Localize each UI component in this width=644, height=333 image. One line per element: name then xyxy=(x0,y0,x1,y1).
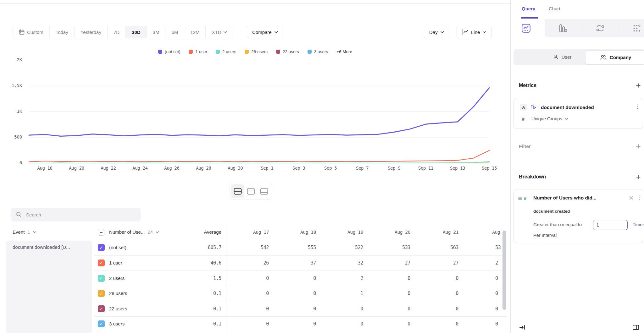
table-scrollbar[interactable] xyxy=(502,231,506,310)
aggregation-label: Unique Groups xyxy=(531,116,562,121)
interval-dropdown[interactable]: Day xyxy=(424,26,449,38)
average-column-header: Average xyxy=(184,229,221,235)
row-divider xyxy=(94,255,507,256)
event-click-icon xyxy=(531,104,536,110)
row-label: (not set) xyxy=(109,245,126,250)
line-chart[interactable] xyxy=(0,57,510,170)
cell-value-clipped: 53 xyxy=(495,245,501,250)
range-3m[interactable]: 3M xyxy=(147,26,166,38)
range-7d[interactable]: 7D xyxy=(108,26,126,38)
chart-type-flow-button[interactable] xyxy=(596,24,605,34)
cell-value: 0 xyxy=(234,306,269,312)
view-split-button[interactable] xyxy=(231,184,244,198)
cell-value-clipped: 0 xyxy=(495,306,498,312)
row-checkbox[interactable]: ✓ xyxy=(98,244,105,251)
legend-item[interactable]: 3 users xyxy=(308,49,328,54)
range-12m[interactable]: 12M xyxy=(184,26,206,38)
range-yesterday[interactable]: Yesterday xyxy=(75,26,108,38)
x-tick-label: Sep 7 xyxy=(348,166,376,171)
row-checkbox[interactable]: ✓ xyxy=(98,275,105,282)
aggregation-dropdown[interactable]: Unique Groups xyxy=(531,116,568,121)
event-column-header[interactable]: Event 1 xyxy=(13,229,36,235)
metric-kebab-menu[interactable]: ⋮ xyxy=(635,104,640,109)
tab-chart[interactable]: Chart xyxy=(549,6,560,11)
cell-value: 542 xyxy=(234,245,269,250)
flow-chart-type-icon xyxy=(596,24,605,33)
x-tick-label: Sep 3 xyxy=(285,166,313,171)
cell-value: 37 xyxy=(281,260,316,266)
range-xtd[interactable]: XTD xyxy=(206,26,233,38)
cell-value: 533 xyxy=(376,245,410,250)
range-30d[interactable]: 30D xyxy=(126,26,147,38)
series-1-user xyxy=(29,150,489,162)
compare-label: Compare xyxy=(252,30,272,35)
metric-card[interactable]: A document downloaded ⋮ # Unique Groups xyxy=(514,98,643,129)
chart-type-grid-button[interactable] xyxy=(632,24,641,34)
compare-button[interactable]: Compare xyxy=(247,26,283,38)
legend-more[interactable]: +6 More xyxy=(336,49,352,54)
row-checkbox[interactable]: ✓ xyxy=(98,305,105,312)
chart-type-bar-button[interactable] xyxy=(558,24,567,34)
legend-item[interactable]: 1 user xyxy=(189,49,207,54)
collapse-panel-icon[interactable] xyxy=(519,325,525,330)
breakdown-hash-icon: # xyxy=(524,195,526,201)
row-checkbox[interactable]: ✓ xyxy=(98,290,105,297)
toggle-company[interactable]: Company xyxy=(585,50,644,64)
range-6m[interactable]: 6M xyxy=(165,26,184,38)
times-value-input[interactable] xyxy=(593,220,628,230)
legend-item[interactable]: 22 users xyxy=(276,49,299,54)
toggle-user[interactable]: User xyxy=(537,49,587,65)
breakdown-count: 24 xyxy=(147,229,153,235)
row-label: 1 user xyxy=(109,260,122,265)
row-label: 3 users xyxy=(109,321,125,326)
date-range-group: CustomTodayYesterday7D30D3M6M12MXTD xyxy=(13,26,233,38)
strip-separator xyxy=(582,22,582,35)
view-chart-only-button[interactable] xyxy=(244,184,258,198)
select-all-checkbox[interactable] xyxy=(98,229,104,236)
cell-value-clipped: 0 xyxy=(495,291,498,296)
chevron-down-icon xyxy=(275,31,278,33)
cell-value: 0 xyxy=(329,306,363,312)
breakdown-kebab-menu[interactable]: ⋮ xyxy=(636,195,642,200)
toggle-company-label: Company xyxy=(610,55,631,60)
breakdown-column-header[interactable]: Number of Use... 24 xyxy=(109,229,159,235)
user-icon xyxy=(553,54,558,60)
search-input[interactable] xyxy=(25,212,130,218)
view-table-only-button[interactable] xyxy=(258,184,271,198)
close-icon[interactable] xyxy=(630,196,633,200)
row-checkbox[interactable]: ✓ xyxy=(98,320,105,327)
legend-item[interactable]: 2 users xyxy=(216,49,236,54)
cell-value: 0 xyxy=(376,291,410,296)
average-value: 1.5 xyxy=(184,276,221,281)
cell-value: 0 xyxy=(424,276,458,281)
legend-item[interactable]: 28 users xyxy=(245,49,268,54)
grid-chart-type-icon xyxy=(632,24,641,33)
date-column-header: Aug 18 xyxy=(281,230,316,235)
add-metric-button[interactable] xyxy=(636,83,641,88)
chart-type-line-button[interactable] xyxy=(521,24,531,34)
cell-value: 0 xyxy=(234,291,269,296)
add-breakdown-button[interactable] xyxy=(636,175,641,180)
tab-query[interactable]: Query xyxy=(522,6,535,11)
table-bottom-view-icon xyxy=(260,188,268,195)
average-value: 40.6 xyxy=(184,260,221,266)
legend-item[interactable]: (not set) xyxy=(158,49,180,54)
range-custom[interactable]: Custom xyxy=(13,26,50,38)
breakdown-card[interactable]: # Number of Users who did... ⋮ document … xyxy=(514,189,643,243)
cell-value: 0 xyxy=(281,291,316,296)
date-column-header: Aug 21 xyxy=(424,230,458,235)
range-today[interactable]: Today xyxy=(50,26,75,38)
row-checkbox[interactable]: ✓ xyxy=(98,259,105,266)
side-panel-toggle-icon[interactable] xyxy=(632,324,640,331)
chart-type-dropdown[interactable]: Line xyxy=(457,26,491,38)
cell-value: 26 xyxy=(234,260,269,266)
cell-value: 27 xyxy=(376,260,410,266)
cell-value: 27 xyxy=(424,260,458,266)
x-tick-label: Aug 20 xyxy=(62,166,91,171)
add-filter-button[interactable] xyxy=(636,144,641,149)
legend-swatch xyxy=(308,50,312,54)
chart-type-label: Line xyxy=(471,30,480,35)
event-cell[interactable]: document downloaded [U... xyxy=(6,241,92,333)
line-chart-type-icon xyxy=(521,24,531,33)
drag-handle-icon[interactable] xyxy=(518,196,522,200)
